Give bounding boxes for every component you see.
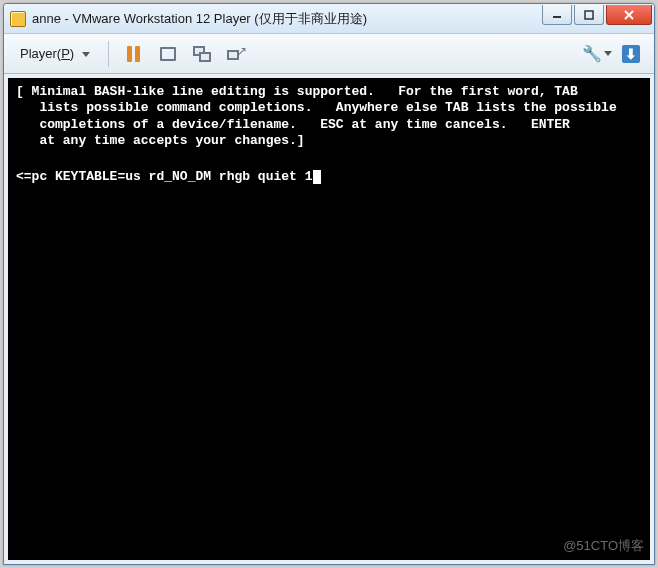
command-text: <=pc KEYTABLE=us rd_NO_DM rhgb quiet 1 xyxy=(16,169,312,184)
text-cursor xyxy=(313,170,321,184)
wrench-icon: 🔧 xyxy=(582,44,602,63)
screen-icon xyxy=(160,47,176,61)
titlebar[interactable]: anne - VMware Workstation 12 Player (仅用于… xyxy=(4,4,654,34)
pause-icon xyxy=(127,46,140,62)
chevron-down-icon xyxy=(604,51,612,56)
player-menu-label: Player(P) xyxy=(20,46,74,61)
app-window: anne - VMware Workstation 12 Player (仅用于… xyxy=(3,3,655,565)
pause-button[interactable] xyxy=(119,40,149,68)
window-title: anne - VMware Workstation 12 Player (仅用于… xyxy=(32,10,542,28)
vm-display[interactable]: [ Minimal BASH-like line editing is supp… xyxy=(8,78,650,560)
maximize-icon xyxy=(584,10,594,20)
toolbar-separator xyxy=(108,41,109,67)
unity-button[interactable]: ↗ xyxy=(221,40,251,68)
send-ctrl-alt-del-button[interactable] xyxy=(153,40,183,68)
maximize-button[interactable] xyxy=(574,5,604,25)
download-button[interactable]: ⬇ xyxy=(616,40,646,68)
unity-icon: ↗ xyxy=(227,46,245,62)
app-icon xyxy=(10,11,26,27)
close-button[interactable] xyxy=(606,5,652,25)
watermark-text: @51CTO博客 xyxy=(563,538,644,554)
svg-rect-1 xyxy=(585,11,593,19)
download-icon: ⬇ xyxy=(622,45,640,63)
chevron-down-icon xyxy=(82,52,90,57)
settings-button[interactable]: 🔧 xyxy=(582,40,612,68)
window-controls xyxy=(542,4,654,33)
minimize-icon xyxy=(552,10,562,20)
grub-help-text: [ Minimal BASH-like line editing is supp… xyxy=(16,84,642,149)
minimize-button[interactable] xyxy=(542,5,572,25)
player-menu-button[interactable]: Player(P) xyxy=(12,42,98,65)
close-icon xyxy=(623,9,635,21)
toolbar: Player(P) ↗ 🔧 ⬇ xyxy=(4,34,654,74)
fullscreen-button[interactable] xyxy=(187,40,217,68)
fullscreen-icon xyxy=(193,46,211,62)
grub-command-line[interactable]: <=pc KEYTABLE=us rd_NO_DM rhgb quiet 1 xyxy=(16,169,642,185)
